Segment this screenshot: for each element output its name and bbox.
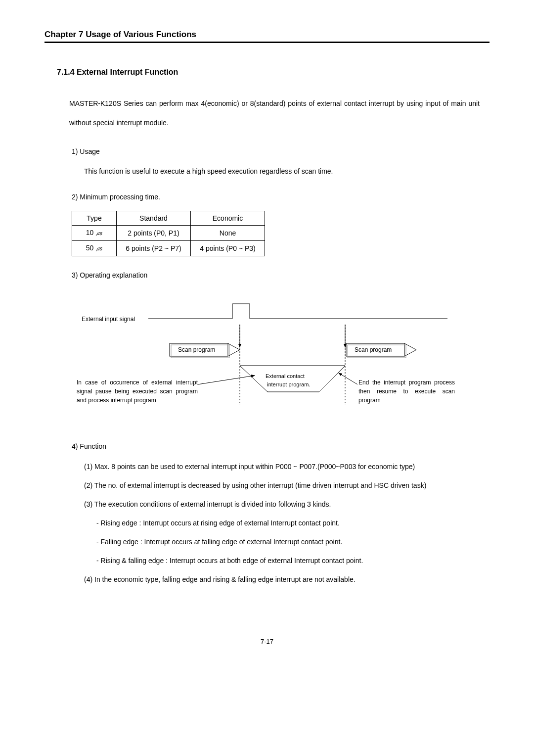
subsection-2-head: 2) Minimum processing time. (72, 193, 490, 201)
fn-bullet-3: - Rising & falling edge : Interrupt occu… (96, 557, 490, 565)
td-10us-std: 2 points (P0, P1) (117, 225, 191, 240)
fn-item-1: (1) Max. 8 points can be used to externa… (84, 463, 490, 471)
th-type: Type (72, 211, 117, 225)
function-list: (1) Max. 8 points can be used to externa… (84, 463, 490, 583)
diag-ext-contact1: External contact (266, 373, 305, 379)
subsection-4-head: 4) Function (72, 442, 490, 450)
svg-line-14 (198, 376, 255, 384)
processing-time-table: Type Standard Economic 10 ㎲ 2 points (P0… (72, 211, 490, 256)
subsection-3-head: 3) Operating explanation (72, 271, 490, 279)
diag-ext-input-label: External input signal (82, 316, 135, 323)
page-number: 7-17 (44, 638, 490, 645)
td-50us: 50 ㎲ (72, 240, 117, 256)
subsection-1-head: 1) Usage (72, 147, 490, 155)
svg-line-15 (339, 373, 357, 384)
td-10us: 10 ㎲ (72, 225, 117, 240)
subsection-1-body: This function is useful to execute a hig… (84, 165, 490, 178)
td-50us-eco: 4 points (P0 ~ P3) (191, 240, 265, 256)
fn-item-4: (4) In the economic type, falling edge a… (84, 575, 490, 583)
diag-right-note: End the interrupt program process then r… (358, 378, 455, 405)
diag-ext-contact2: interrupt program. (267, 381, 310, 387)
td-50us-std: 6 points (P2 ~ P7) (117, 240, 191, 256)
chapter-header: Chapter 7 Usage of Various Functions (44, 30, 490, 43)
fn-bullet-1: - Rising edge : Interrupt occurs at risi… (96, 519, 490, 527)
intro-paragraph: MASTER-K120S Series can perform max 4(ec… (69, 94, 480, 133)
operating-diagram: External input signal Scan program Scan … (72, 294, 490, 418)
th-standard: Standard (117, 211, 191, 225)
td-10us-eco: None (191, 225, 265, 240)
section-title: 7.1.4 External Interrupt Function (57, 68, 490, 77)
fn-bullet-2: - Falling edge : Interrupt occurs at fal… (96, 538, 490, 546)
diag-scan1-label: Scan program (178, 346, 215, 353)
fn-item-2: (2) The no. of external interrupt is dec… (84, 481, 490, 489)
fn-item-3: (3) The execution conditions of external… (84, 500, 490, 508)
th-economic: Economic (191, 211, 265, 225)
diag-left-note: In case of occurrence of external interr… (77, 378, 198, 405)
diag-scan2-label: Scan program (355, 346, 392, 353)
